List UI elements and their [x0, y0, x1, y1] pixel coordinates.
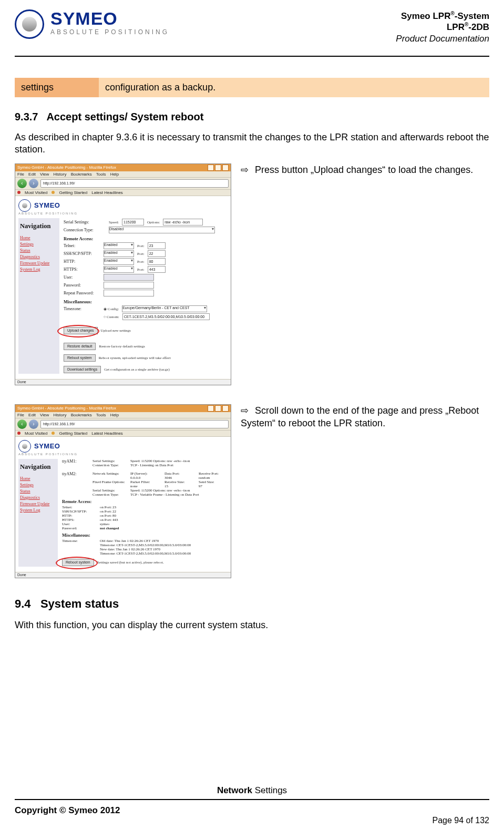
footer-network-rest: Settings [252, 785, 287, 795]
header-rule [15, 56, 489, 57]
sidebar-item-diagnostics[interactable]: Diagnostics [20, 254, 58, 259]
download-settings-button[interactable]: Download settings [64, 366, 101, 373]
status-bar: Done [15, 379, 231, 385]
brand-mark-icon [18, 199, 31, 212]
brand-mark-icon [18, 440, 31, 453]
brand-tagline: ABSOLUTE POSITIONING [18, 453, 228, 456]
doc-footer: Network Settings Copyright © Symeo 2012 … [15, 785, 489, 825]
bookmark-dot-icon [52, 432, 55, 435]
forward-icon[interactable]: › [29, 179, 38, 188]
user-field[interactable] [104, 274, 154, 281]
intro-9-4: With this function, you can display the … [15, 619, 489, 631]
back-icon[interactable]: ‹ [17, 179, 27, 188]
sidebar-item-firmware[interactable]: Firmware Update [20, 261, 58, 265]
doc-title-line2b: -2DB [468, 22, 489, 32]
reboot-system-button[interactable]: Reboot system [62, 559, 94, 566]
arrow-icon: ⇨ [241, 404, 252, 417]
back-icon[interactable]: ‹ [17, 419, 27, 429]
url-bar[interactable]: http://192.168.1.99/ [40, 179, 229, 188]
sidebar-item-home[interactable]: Home [20, 235, 58, 240]
sidebar: Navigation Home Settings Status Diagnost… [18, 218, 59, 374]
doc-title-line1b: -System [455, 11, 489, 21]
label-repeat-password: Repeat Password: [64, 291, 100, 295]
telnet-port-field[interactable]: 23 [148, 242, 166, 249]
bookmark-most-visited[interactable]: Most Visited [25, 190, 47, 195]
sidebar-item-status[interactable]: Status [20, 489, 56, 494]
maximize-icon[interactable] [215, 405, 221, 412]
speed-field[interactable]: 115200 [122, 219, 144, 226]
minimize-icon[interactable] [208, 165, 214, 171]
sidebar-item-syslog[interactable]: System Log [20, 267, 58, 272]
bookmark-bar[interactable]: Most Visited Getting Started Latest Head… [15, 431, 231, 437]
conn-type-select[interactable]: Disabled [109, 227, 215, 233]
sidebar-item-firmware[interactable]: Firmware Update [20, 501, 56, 506]
bookmark-getting-started[interactable]: Getting Started [59, 190, 87, 195]
menu-bar[interactable]: File Edit View History Bookmarks Tools H… [15, 412, 231, 418]
window-title: Symeo GmbH - Absolute Positioning - Mozi… [17, 165, 116, 170]
bookmark-dot-icon [17, 432, 20, 435]
close-icon[interactable] [222, 165, 229, 171]
https-enabled-select[interactable]: Enabled [104, 266, 134, 273]
options-field[interactable]: raw -echo -ixon [163, 219, 203, 226]
repeat-password-field[interactable] [104, 290, 154, 296]
sidebar-item-settings[interactable]: Settings [20, 242, 58, 247]
label-user: User: [64, 275, 100, 280]
http-enabled-select[interactable]: Enabled [104, 258, 134, 265]
tz-config-select[interactable]: Europe/Germany/Berlin - CET and CEST [122, 305, 207, 312]
label-https: HTTPS: [64, 267, 100, 272]
maximize-icon[interactable] [215, 165, 221, 171]
sidebar-item-syslog[interactable]: System Log [20, 508, 56, 513]
bookmark-latest-headlines[interactable]: Latest Headlines [91, 431, 123, 436]
label-telnet: Telnet: [64, 243, 100, 248]
sidebar-item-settings[interactable]: Settings [20, 483, 56, 487]
bookmark-dot-icon [52, 191, 55, 194]
telnet-enabled-select[interactable]: Enabled [104, 242, 134, 249]
reboot-system-hint: Reboot system, uploaded settings will ta… [99, 356, 171, 360]
sidebar-item-status[interactable]: Status [20, 248, 58, 253]
download-settings-hint: Get configuration as a single archive (t… [104, 367, 170, 372]
url-bar[interactable]: http://192.168.1.99/ [40, 420, 229, 428]
doc-title-line3: Product Documentation [396, 33, 489, 44]
restore-default-button[interactable]: Restore default [64, 343, 96, 350]
minimize-icon[interactable] [208, 405, 214, 412]
logo-name: SYMEO [50, 9, 169, 27]
arrow-icon: ⇨ [241, 163, 252, 176]
footer-copyright: Copyright © Symeo 2012 [15, 805, 120, 816]
ssh-port-field[interactable]: 22 [148, 250, 166, 257]
forward-icon[interactable]: › [29, 419, 38, 429]
bookmark-most-visited[interactable]: Most Visited [25, 431, 47, 436]
logo-tagline: ABSOLUTE POSITIONING [50, 28, 169, 36]
restore-default-hint: Restore factory default settings [99, 344, 145, 349]
tz-custom-field[interactable]: CET-1CEST-2,M3.5.0/02:00:00,M10.5.0/03:0… [122, 313, 210, 320]
logo-mark-icon [15, 9, 44, 39]
heading-miscellaneous: Miscellaneous: [62, 532, 228, 538]
label-ttyam1: ttyAM1: [62, 459, 89, 467]
status-text: Done [15, 573, 26, 577]
https-port-field[interactable]: 443 [148, 266, 166, 273]
doc-title-line2a: LPR [447, 22, 465, 32]
reboot-system-button[interactable]: Reboot system [64, 354, 96, 362]
screenshot-upload-changes: Symeo GmbH - Absolute Positioning - Mozi… [15, 163, 231, 385]
heading-remote-access: Remote Access: [64, 236, 228, 241]
brand-tagline: ABSOLUTE POSITIONING [18, 212, 228, 215]
close-icon[interactable] [222, 405, 229, 412]
settings-bar-right: configuration as a backup. [99, 78, 489, 97]
status-bar: Done [15, 572, 231, 578]
bookmark-latest-headlines[interactable]: Latest Headlines [91, 190, 123, 195]
sidebar-item-home[interactable]: Home [20, 476, 56, 481]
screenshot-reboot-system: Symeo GmbH - Absolute Positioning - Mozi… [15, 404, 231, 578]
sidebar: Navigation Home Settings Status Diagnost… [18, 459, 58, 567]
bookmark-getting-started[interactable]: Getting Started [59, 431, 87, 436]
label-timezone: Timezone: [64, 306, 100, 311]
label-port: Port: [137, 260, 145, 264]
label-conn-type: Connection Type: [64, 228, 106, 232]
sidebar-item-diagnostics[interactable]: Diagnostics [20, 495, 56, 500]
ssh-enabled-select[interactable]: Enabled [104, 250, 134, 257]
footer-rule [15, 799, 489, 800]
menu-bar[interactable]: File Edit View History Bookmarks Tools H… [15, 171, 231, 178]
password-field[interactable] [104, 282, 154, 289]
upload-changes-button[interactable]: Upload changes [64, 327, 98, 334]
http-port-field[interactable]: 80 [148, 258, 166, 265]
bookmark-bar[interactable]: Most Visited Getting Started Latest Head… [15, 190, 231, 196]
doc-title-block: Symeo LPR®-System LPR®-2DB Product Docum… [396, 7, 489, 44]
